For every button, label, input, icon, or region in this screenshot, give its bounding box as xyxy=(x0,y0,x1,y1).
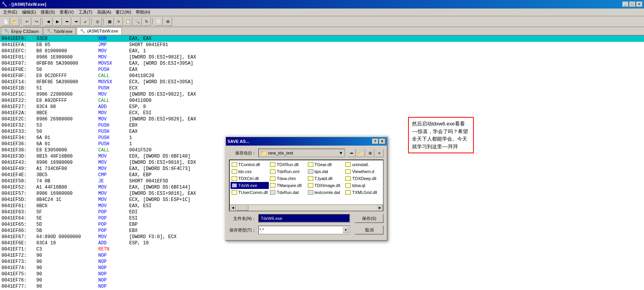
table-row[interactable]: 0041EF1C: 8986 22980000 MOV [DWORD DS:ES… xyxy=(0,91,644,98)
list-item[interactable]: TXMLGrid.dll xyxy=(344,189,382,196)
toolbar-b5[interactable]: ▦ xyxy=(105,17,114,26)
menu-edit[interactable]: 编辑(E) xyxy=(20,9,39,16)
toolbar-b3[interactable]: ↙ xyxy=(81,17,90,26)
toolbar-b1[interactable]: ⬅ xyxy=(63,17,71,26)
save-button[interactable]: 保存(S) xyxy=(355,214,384,223)
list-item[interactable]: TdxRun.xml xyxy=(269,168,307,175)
toolbar-b4[interactable]: ◎ xyxy=(93,17,102,26)
asm-operands: EDX, [DWORD DS:6BF140] xyxy=(129,153,190,160)
list-item[interactable]: TUserComm.dll xyxy=(231,189,269,196)
list-item[interactable]: TMarquee.dll xyxy=(269,182,307,189)
table-row[interactable]: 0041EF1B: 51 PUSH ECX xyxy=(0,85,644,91)
tab-asm-tdxw[interactable]: 🔧 (ASM)TdxW.exe xyxy=(77,27,121,35)
list-item[interactable]: TGear.dll xyxy=(307,161,345,168)
asm-mnem: PUSH xyxy=(98,122,129,129)
table-row[interactable]: 0041EF6E: 83C4 18 ADD ESP, 18 xyxy=(0,240,644,246)
h-scroll-right[interactable]: ▶ xyxy=(377,205,383,211)
table-row[interactable]: 0041EF07: 0FBF86 5A390000 MOVSX EAX, [WO… xyxy=(0,60,644,67)
menu-window[interactable]: 窗口(W) xyxy=(113,9,133,16)
table-row[interactable]: 0041EF01: 8986 1E980000 MOV [DWORD DS:ES… xyxy=(0,54,644,60)
list-item[interactable]: tdx.css xyxy=(231,168,269,175)
table-row[interactable]: 0041EF32: 53 PUSH EBX xyxy=(0,122,644,129)
toolbar-list-btn[interactable]: ≡ xyxy=(375,149,384,157)
toolbar-b7[interactable]: 📋 xyxy=(124,17,132,26)
list-item[interactable]: Tdxw.chm xyxy=(269,175,307,182)
list-item[interactable]: TDXCtrl.dll xyxy=(231,175,269,182)
save-dialog-content: 保存在(I)： 📁 new_tdx_test ▼ ⬅ 📁 ⊞ ≡ xyxy=(226,146,387,240)
filetype-dropdown[interactable]: *.* ▼ xyxy=(258,226,350,234)
asm-addr: 0041EF63: xyxy=(2,209,36,215)
menu-file[interactable]: 文件(E) xyxy=(1,9,20,16)
list-item[interactable]: tips.dat xyxy=(307,168,345,175)
toolbar-forward[interactable]: ▶ xyxy=(53,17,62,26)
menu-tools[interactable]: 工具(T) xyxy=(76,9,95,16)
file-list[interactable]: TControl.dll TDXRun.dll TGear.dll uninst… xyxy=(230,160,383,204)
toolbar-new[interactable]: 📄 xyxy=(2,17,10,26)
close-button[interactable]: ✕ xyxy=(636,2,642,7)
toolbar-b2[interactable]: ➡ xyxy=(72,17,80,26)
table-row[interactable]: 0041EEFA: EB 05 JMP SHORT 0041EF01 xyxy=(0,42,644,48)
toolbar-icons-btn[interactable]: ⊞ xyxy=(366,149,374,157)
table-row[interactable]: 0041EF75: 90 NOP xyxy=(0,271,644,277)
list-item[interactable]: TDXDeep.dll xyxy=(344,175,382,182)
table-row[interactable]: 0041EF0F: E8 0C2DFFFF CALL 004110C20 xyxy=(0,73,644,79)
maximize-button[interactable]: □ xyxy=(629,2,635,7)
toolbar-back[interactable]: ◀ xyxy=(44,17,53,26)
toolbar-redo[interactable]: ↪ xyxy=(32,17,41,26)
table-row[interactable]: 0041EF74: 90 NOP xyxy=(0,265,644,271)
table-row[interactable]: 0041EF71: C3 RETN xyxy=(0,246,644,252)
menu-advanced[interactable]: 高级(A) xyxy=(95,9,114,16)
table-row[interactable]: 0041EEF8: 33C0 XOR EAX, EAX xyxy=(0,36,644,42)
table-row[interactable]: 0041EF33: 50 PUSH EAX xyxy=(0,129,644,135)
list-item[interactable]: TdxW.exe xyxy=(231,182,269,189)
h-scrollbar[interactable]: ◀ ▶ xyxy=(230,204,383,211)
toolbar-b9[interactable]: ↻ xyxy=(142,17,151,26)
table-row[interactable]: 0041EF2A: 8BCE MOV ECX, ESI xyxy=(0,110,644,116)
save-in-dropdown[interactable]: 📁 new_tdx_test ▼ xyxy=(258,149,345,157)
toolbar-b8[interactable]: 🔍 xyxy=(133,17,142,26)
table-row[interactable]: 0041EF14: 0FBF8E 5A390000 MOVSX ECX, [WO… xyxy=(0,79,644,85)
save-dialog-help-button[interactable]: ? xyxy=(372,139,378,144)
menu-view[interactable]: 查看(V) xyxy=(57,9,76,16)
toolbar-b6[interactable]: ≡ xyxy=(114,17,123,26)
h-scroll-thumb[interactable] xyxy=(237,205,248,211)
list-item[interactable]: uninstall. xyxy=(344,161,382,168)
table-row[interactable]: 0041EF22: E8 A92DFFFF CALL 004110D0 xyxy=(0,98,644,104)
toolbar-undo[interactable]: ↩ xyxy=(23,17,31,26)
table-row[interactable]: 0041EF0E: 50 PUSH EAX xyxy=(0,67,644,73)
filetype-arrow[interactable]: ▼ xyxy=(343,227,349,233)
tab-tdxw[interactable]: 🔧 TdxW.exe xyxy=(43,27,76,35)
save-in-label: 保存在(I)： xyxy=(229,150,256,156)
table-row[interactable]: 0041EF72: 90 NOP xyxy=(0,252,644,259)
list-item[interactable]: TdxRun.dat xyxy=(269,189,307,196)
list-item[interactable]: tdxw.ql xyxy=(344,182,382,189)
list-item[interactable]: testcomte.dat xyxy=(307,189,345,196)
title-bar-controls[interactable]: _ □ ✕ xyxy=(622,2,642,7)
cancel-button[interactable]: 取消 xyxy=(355,225,384,235)
toolbar-new-folder-btn[interactable]: 📁 xyxy=(357,149,365,157)
list-item[interactable]: TControl.dll xyxy=(231,161,269,168)
table-row[interactable]: 0041EF2C: 8986 26980000 MOV [DWORD DS:ES… xyxy=(0,116,644,122)
table-row[interactable]: 0041EF77: 90 NOP xyxy=(0,283,644,290)
tab-enjoy-c32asm[interactable]: 🔧 Enjoy C32asm xyxy=(1,27,43,35)
list-item[interactable]: TDXImage.dll xyxy=(307,182,345,189)
table-row[interactable]: 0041EF73: 90 NOP xyxy=(0,259,644,265)
list-item[interactable]: Viewthem.d xyxy=(344,168,382,175)
toolbar-win1[interactable]: ⬜ xyxy=(154,17,163,26)
list-item[interactable]: TJyaid.dll xyxy=(307,175,345,182)
table-row[interactable]: 0041EEFC: B8 01000000 MOV EAX, 1 xyxy=(0,48,644,54)
file-name: tdx.css xyxy=(238,169,251,174)
menu-help[interactable]: 帮助(H) xyxy=(133,9,152,16)
filename-input[interactable] xyxy=(258,214,350,223)
minimize-button[interactable]: _ xyxy=(622,2,629,7)
save-dialog-title-controls[interactable]: ? ✕ xyxy=(372,139,385,144)
save-dialog-close-button[interactable]: ✕ xyxy=(379,139,385,144)
table-row[interactable]: 0041EF27: 83C4 08 ADD ESP, 8 xyxy=(0,104,644,110)
list-item[interactable]: TDXRun.dll xyxy=(269,161,307,168)
menu-search[interactable]: 搜索(S) xyxy=(38,9,57,16)
table-row[interactable]: 0041EF76: 90 NOP xyxy=(0,277,644,283)
toolbar-open[interactable]: 📂 xyxy=(11,17,19,26)
toolbar-win2[interactable]: ⊞ xyxy=(164,17,172,26)
toolbar-back-btn[interactable]: ⬅ xyxy=(347,149,356,157)
h-scroll-left[interactable]: ◀ xyxy=(230,205,236,211)
